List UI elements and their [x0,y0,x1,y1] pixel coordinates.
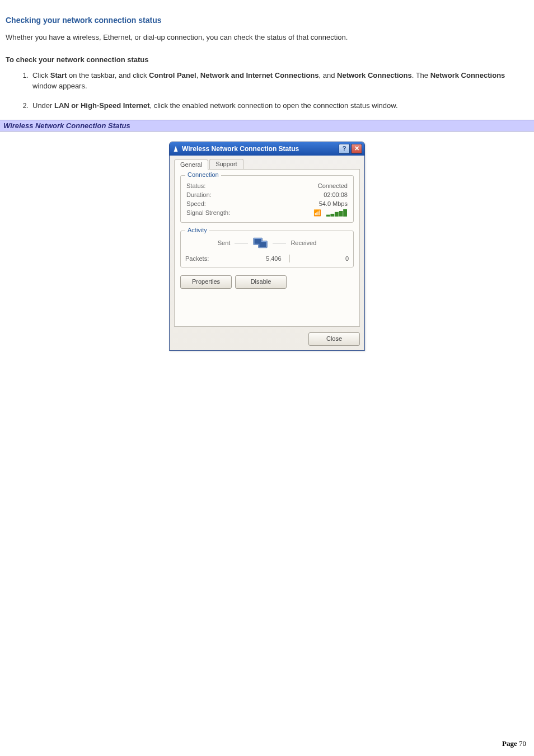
step-2: Under LAN or High-Speed Internet, click … [30,101,528,111]
tab-page-general: Connection Status: Connected Duration: 0… [174,169,360,327]
value-packets-received: 0 [298,255,349,262]
t: , [196,71,200,79]
close-row: Close [174,332,360,346]
tab-general[interactable]: General [174,159,208,170]
procedure-heading: To check your network connection status [6,55,528,64]
row-packets: Packets: 5,406 0 [185,255,349,262]
t: . The [412,71,430,79]
value-duration: 02:00:08 [324,191,348,198]
group-connection-legend: Connection [185,171,221,178]
t: on the taskbar, and click [67,71,149,79]
bold-network-internet: Network and Internet Connections [200,71,319,79]
group-connection: Connection Status: Connected Duration: 0… [180,175,354,223]
t: , and [319,71,338,79]
figure-caption: Wireless Network Connection Status [0,120,534,132]
bold-lan-highspeed: LAN or High-Speed Internet [54,101,149,110]
value-speed: 54.0 Mbps [319,200,348,207]
step-1-text: Click [32,71,50,79]
wireless-status-dialog: Wireless Network Connection Status ? ✕ G… [169,142,365,351]
row-duration: Duration: 02:00:08 [185,190,349,199]
section-title: Checking your network connection status [6,16,528,25]
page-number-label: Page [502,739,519,748]
help-button[interactable]: ? [339,144,350,154]
signal-icon: 📶 [313,209,322,217]
dialog-title: Wireless Network Connection Status [182,145,338,153]
t: window appears. [32,82,87,90]
titlebar[interactable]: Wireless Network Connection Status ? ✕ [170,142,364,156]
page-number: Page 70 [502,739,526,748]
divider-right [273,243,286,243]
bold-control-panel: Control Panel [149,71,196,79]
row-status: Status: Connected [185,181,349,190]
sent-label: Sent [218,240,231,246]
label-packets: Packets: [185,255,230,262]
monitor-icon [252,237,268,249]
close-icon[interactable]: ✕ [351,144,362,154]
tab-support[interactable]: Support [209,159,243,169]
disable-button[interactable]: Disable [235,275,287,289]
step-1: Click Start on the taskbar, and click Co… [30,71,528,92]
label-status: Status: [186,182,205,189]
close-button[interactable]: Close [308,332,360,346]
page-number-value: 70 [519,739,526,748]
t: , click the enabled network connection t… [149,101,397,110]
vertical-separator [289,255,290,262]
activity-header: Sent Received [185,237,349,249]
label-signal: Signal Strength: [186,209,230,217]
bold-network-connections: Network Connections [337,71,412,79]
bold-start: Start [50,71,67,79]
bold-network-connections-2: Network Connections [430,71,505,79]
group-activity: Activity Sent [180,231,354,267]
dialog-body: General Support Connection Status: Conne… [170,156,364,350]
value-packets-sent: 5,406 [230,255,282,262]
t: Under [32,101,54,110]
label-speed: Speed: [186,200,206,207]
label-duration: Duration: [186,191,212,198]
dialog-container: Wireless Network Connection Status ? ✕ G… [6,142,528,351]
row-signal: Signal Strength: 📶 ▂▃▅▆█ [185,208,349,218]
row-speed: Speed: 54.0 Mbps [185,199,349,208]
steps-list: Click Start on the taskbar, and click Co… [6,71,528,111]
tab-strip: General Support [174,159,360,170]
received-label: Received [291,240,316,246]
value-status: Connected [318,182,348,189]
signal-bars: ▂▃▅▆█ [326,209,348,217]
properties-button[interactable]: Properties [180,275,232,289]
divider-left [235,243,248,243]
group-activity-legend: Activity [185,227,209,233]
svg-rect-3 [260,242,266,247]
button-row: Properties Disable [180,275,354,289]
intro-paragraph: Whether you have a wireless, Ethernet, o… [6,32,528,43]
value-signal: 📶 ▂▃▅▆█ [313,209,348,217]
wireless-icon [172,145,180,153]
